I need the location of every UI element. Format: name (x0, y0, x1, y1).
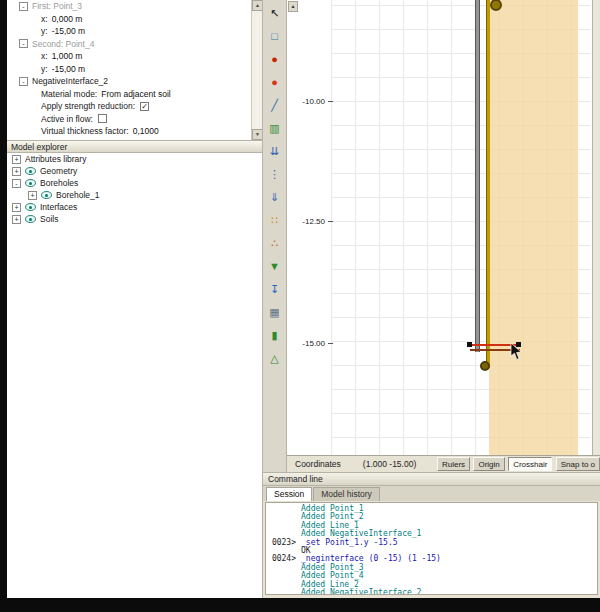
expander-icon[interactable]: + (12, 215, 21, 224)
command-history[interactable]: Added Point_1 Added Point_2 Added Line_1 (265, 502, 598, 595)
visibility-eye-icon[interactable] (41, 191, 52, 199)
coordinates-label: Coordinates (295, 459, 341, 469)
table-tool[interactable]: ▦ (264, 303, 285, 322)
property-row[interactable]: - NegativeInterface_2 (7, 75, 262, 88)
create-point-tool[interactable]: ● (264, 73, 285, 92)
mesh-tool[interactable]: △ (264, 349, 285, 368)
axis-label: -15.00 (297, 339, 335, 348)
property-row[interactable]: - Second: Point_4 (7, 38, 262, 51)
create-line-tool[interactable]: ╱ (264, 96, 285, 115)
property-row[interactable]: - First: Point_3 (7, 0, 262, 13)
snap-to-object-toggle-button[interactable]: Snap to o (556, 457, 600, 471)
property-row[interactable]: y: -15,00 m (7, 63, 262, 76)
coordinates-value: (1.000 -15.00) (363, 459, 416, 469)
property-row[interactable]: Virtual thickness factor: 0,1000 (7, 125, 262, 138)
soil-column-tool[interactable]: ▮ (264, 326, 285, 345)
draw-area[interactable]: ▲ -10.00 -12.50 -15.00 (287, 0, 600, 455)
tree-item[interactable]: + Interfaces (7, 201, 262, 213)
property-label: y: (41, 64, 48, 74)
property-label: NegativeInterface_2 (32, 76, 108, 86)
visibility-eye-icon[interactable] (25, 215, 36, 223)
command-line-tabs: Session Model history (263, 486, 600, 501)
rulers-toggle-button[interactable]: Rulers (437, 457, 470, 471)
expander-icon[interactable]: - (19, 2, 28, 11)
canvas-scroll-up-button[interactable]: ▲ (288, 1, 298, 12)
command-output-text: Added NegativeInterface_1 (301, 529, 421, 538)
selection-rectangle-tool[interactable]: □ (264, 27, 285, 46)
array-tool[interactable]: ∴ (264, 234, 285, 253)
properties-scrollbar[interactable]: ▲ ▼ (251, 0, 262, 140)
command-prompt (266, 564, 296, 572)
property-label: x: (41, 14, 48, 24)
property-row[interactable]: Apply strength reduction: (7, 100, 262, 113)
line-load-tool[interactable]: ⇊ (264, 142, 285, 161)
axis-label-text: -12.50 (297, 217, 325, 226)
point-load-tool[interactable]: ⋮ (264, 165, 285, 184)
tree-item-label: Attributes library (25, 154, 86, 164)
tree-item[interactable]: + Attributes library (7, 153, 262, 165)
property-row[interactable]: y: -15,00 m (7, 25, 262, 38)
vertical-interface-line[interactable] (486, 0, 490, 368)
checkbox[interactable] (140, 102, 149, 111)
tool-icon: ⇊ (270, 145, 279, 157)
point-3-handle[interactable] (467, 342, 472, 347)
tree-item[interactable]: + Borehole_1 (7, 189, 262, 201)
tab-session[interactable]: Session (266, 487, 312, 501)
property-row[interactable]: Active in flow: (7, 113, 262, 126)
soil-region[interactable] (489, 0, 578, 455)
visibility-eye-icon[interactable] (25, 167, 36, 175)
tree-item[interactable]: + Soils (7, 213, 262, 225)
command-args: Point_1.y -15.5 (325, 539, 397, 547)
tree-item[interactable]: - Boreholes (7, 177, 262, 189)
expander-icon[interactable]: + (12, 155, 21, 164)
tab-model-history[interactable]: Model history (313, 487, 380, 501)
expander-icon[interactable]: + (12, 203, 21, 212)
tree-item-label: Soils (40, 214, 58, 224)
statusbar-toggles: Rulers Origin Crosshair Snap to o (436, 457, 600, 471)
expander-icon[interactable]: - (19, 77, 28, 86)
property-row[interactable]: x: 1,000 m (7, 50, 262, 63)
crosshair-toggle-button[interactable]: Crosshair (508, 457, 552, 471)
command-line-entry: Added NegativeInterface_2 (266, 589, 597, 595)
prescribed-displacement-tool[interactable]: ⇓ (264, 188, 285, 207)
select-tool[interactable]: ↖ (264, 4, 285, 23)
command-output-text: Added NegativeInterface_2 (301, 588, 421, 595)
axis-label-text: -10.00 (297, 97, 325, 106)
borehole-bottom-marker[interactable] (480, 361, 490, 371)
distributed-load-tool[interactable]: ▥ (264, 119, 285, 138)
tool-icon: ▮ (271, 329, 277, 341)
checkbox[interactable] (98, 114, 107, 123)
property-row[interactable]: Material mode: From adjacent soil (7, 88, 262, 101)
tool-icon: ∷ (271, 214, 278, 226)
command-prompt (266, 572, 296, 580)
scroll-down-icon[interactable]: ▼ (252, 129, 262, 140)
expander-icon[interactable]: + (12, 167, 21, 176)
command-line-entry: 0023> _set Point_1.y -15.5 (266, 539, 597, 547)
visibility-eye-icon[interactable] (25, 203, 36, 211)
tool-icon: ▥ (269, 122, 279, 134)
drain-tool[interactable]: ▼ (264, 257, 285, 276)
mouse-cursor-icon (510, 343, 524, 363)
command-prompt (266, 581, 296, 589)
property-label: Active in flow: (41, 114, 93, 124)
scroll-up-icon[interactable]: ▲ (252, 0, 262, 11)
tree-item[interactable]: + Geometry (7, 165, 262, 177)
tool-icon: ▼ (269, 260, 280, 272)
property-value: 0,1000 (133, 126, 159, 136)
property-value: From adjacent soil (101, 89, 170, 99)
visibility-eye-icon[interactable] (25, 179, 36, 187)
anchor-tool[interactable]: ∷ (264, 211, 285, 230)
command-prompt (266, 505, 296, 513)
expander-icon[interactable]: - (19, 39, 28, 48)
command-line-header: Command line (263, 473, 600, 486)
vertical-ruler: -10.00 -12.50 -15.00 (287, 0, 337, 455)
expander-icon[interactable]: - (12, 179, 21, 188)
canvas-vertical-scrollbar[interactable] (592, 0, 600, 455)
expander-icon[interactable]: + (28, 191, 37, 200)
borehole-column-line[interactable] (475, 0, 480, 352)
command-prompt: 0024> (266, 555, 296, 563)
origin-toggle-button[interactable]: Origin (473, 457, 504, 471)
well-tool[interactable]: ↧ (264, 280, 285, 299)
property-row[interactable]: x: 0,000 m (7, 13, 262, 26)
move-point-tool[interactable]: ● (264, 50, 285, 69)
